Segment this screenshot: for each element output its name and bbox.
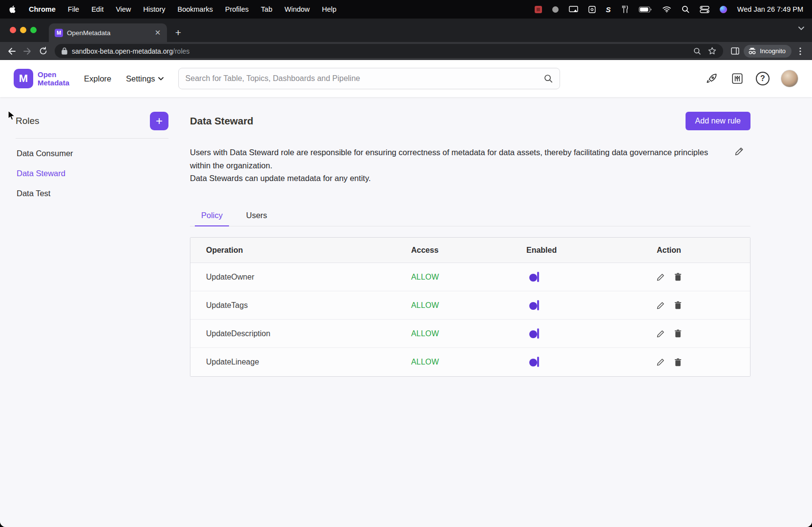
access-value: ALLOW — [411, 273, 526, 282]
enabled-toggle[interactable] — [537, 300, 539, 310]
operation-name: UpdateTags — [190, 301, 411, 310]
governance-sliders-icon[interactable] — [730, 71, 745, 86]
openmetadata-logo-mark: M — [14, 69, 33, 88]
menubar-item-view[interactable]: View — [116, 5, 131, 13]
control-center-icon[interactable] — [700, 4, 709, 14]
address-bar[interactable]: sandbox-beta.open-metadata.org/roles — [55, 44, 723, 58]
access-value: ALLOW — [411, 358, 526, 366]
utensils-icon[interactable] — [621, 4, 628, 14]
spotlight-search-icon[interactable] — [682, 4, 689, 14]
delete-rule-trash-icon[interactable] — [674, 301, 682, 309]
stats-s-icon[interactable] — [606, 4, 611, 14]
help-icon[interactable] — [755, 71, 770, 86]
edit-rule-pencil-icon[interactable] — [657, 273, 665, 281]
global-search-input[interactable] — [186, 74, 544, 83]
back-button[interactable] — [5, 44, 19, 58]
add-role-button[interactable]: + — [150, 112, 168, 130]
edit-rule-pencil-icon[interactable] — [657, 330, 665, 338]
battery-icon[interactable] — [639, 4, 652, 14]
tab-close-icon[interactable]: ✕ — [153, 28, 162, 37]
table-row: UpdateLineage ALLOW — [190, 348, 750, 376]
zoom-icon[interactable] — [693, 47, 701, 55]
menubar-item-chrome[interactable]: Chrome — [29, 5, 56, 13]
table-row: UpdateDescription ALLOW — [190, 320, 750, 348]
role-detail-panel: Data Steward Add new rule Users with Dat… — [168, 97, 812, 527]
table-header-row: Operation Access Enabled Action — [190, 238, 750, 263]
roles-sidebar: Roles + Data Consumer Data Steward Data … — [0, 97, 168, 527]
search-icon[interactable] — [544, 74, 553, 83]
bookmark-star-icon[interactable] — [708, 47, 716, 55]
status-cube-icon[interactable] — [588, 4, 596, 14]
sidebar-item-data-consumer[interactable]: Data Consumer — [16, 143, 168, 163]
enabled-toggle[interactable] — [537, 328, 539, 339]
page-title: Data Steward — [190, 115, 253, 127]
access-value: ALLOW — [411, 329, 526, 338]
menubar-item-edit[interactable]: Edit — [91, 5, 104, 13]
access-value: ALLOW — [411, 301, 526, 310]
browser-menu-kebab-icon[interactable] — [793, 44, 807, 58]
display-mirroring-icon[interactable] — [569, 4, 578, 14]
edit-description-pencil-icon[interactable] — [735, 147, 744, 156]
menubar-clock[interactable]: Wed Jan 26 7:49 PM — [737, 5, 803, 13]
menubar-item-profiles[interactable]: Profiles — [225, 5, 249, 13]
operation-name: UpdateLineage — [190, 358, 411, 366]
col-header-operation: Operation — [190, 246, 411, 255]
openmetadata-logo[interactable]: M Open Metadata — [14, 69, 69, 88]
tab-title: OpenMetadata — [67, 29, 149, 37]
role-description-text2: Data Stewards can update metadata for an… — [190, 172, 713, 185]
role-description: Users with Data Steward role are respons… — [190, 146, 750, 185]
col-header-action: Action — [657, 246, 750, 255]
new-tab-button[interactable]: + — [171, 25, 186, 40]
tab-strip: M OpenMetadata ✕ + — [0, 19, 812, 42]
sidebar-divider — [16, 138, 168, 139]
forward-button[interactable] — [21, 44, 34, 58]
chevron-down-icon — [158, 77, 164, 81]
macos-menubar: Chrome File Edit View History Bookmarks … — [0, 0, 812, 19]
user-avatar[interactable] — [781, 70, 798, 87]
app-header: M Open Metadata Explore Settings — [0, 60, 812, 97]
menubar-item-help[interactable]: Help — [322, 5, 336, 13]
incognito-label: Incognito — [760, 47, 786, 55]
tab-policy[interactable]: Policy — [195, 206, 229, 226]
enabled-toggle[interactable] — [537, 272, 539, 282]
recording-status-icon[interactable] — [535, 6, 542, 13]
maximize-window-button[interactable] — [30, 27, 37, 33]
sidebar-title: Roles — [16, 116, 40, 126]
menubar-item-tab[interactable]: Tab — [261, 5, 272, 13]
siri-icon[interactable] — [720, 6, 727, 13]
enabled-toggle[interactable] — [537, 357, 539, 367]
incognito-icon — [748, 48, 756, 55]
role-description-text: Users with Data Steward role are respons… — [190, 146, 713, 172]
minimize-window-button[interactable] — [20, 27, 26, 33]
nav-settings[interactable]: Settings — [126, 74, 164, 83]
reload-button[interactable] — [36, 44, 50, 58]
lock-icon — [62, 47, 67, 55]
edit-rule-pencil-icon[interactable] — [657, 302, 665, 309]
tab-search-chevron-icon[interactable] — [798, 26, 804, 30]
table-row: UpdateOwner ALLOW — [190, 263, 750, 291]
sidebar-item-data-steward[interactable]: Data Steward — [16, 163, 168, 183]
add-new-rule-button[interactable]: Add new rule — [686, 112, 750, 130]
whats-new-rocket-icon[interactable] — [705, 71, 719, 86]
camera-dot-icon[interactable] — [552, 6, 559, 13]
side-panel-icon[interactable] — [728, 44, 742, 58]
openmetadata-logo-text: Open Metadata — [38, 70, 69, 87]
browser-tab[interactable]: M OpenMetadata ✕ — [49, 23, 167, 42]
menubar-item-file[interactable]: File — [68, 5, 79, 13]
menubar-item-window[interactable]: Window — [285, 5, 310, 13]
delete-rule-trash-icon[interactable] — [674, 329, 682, 338]
table-row: UpdateTags ALLOW — [190, 291, 750, 320]
tab-users[interactable]: Users — [240, 206, 273, 226]
tab-favicon: M — [55, 29, 63, 37]
edit-rule-pencil-icon[interactable] — [657, 358, 665, 366]
delete-rule-trash-icon[interactable] — [674, 358, 682, 366]
apple-menu-icon[interactable] — [9, 5, 17, 14]
menubar-item-history[interactable]: History — [143, 5, 165, 13]
sidebar-item-data-test[interactable]: Data Test — [16, 183, 168, 203]
nav-explore[interactable]: Explore — [84, 74, 111, 83]
close-window-button[interactable] — [10, 27, 16, 33]
menubar-item-bookmarks[interactable]: Bookmarks — [177, 5, 213, 13]
delete-rule-trash-icon[interactable] — [674, 273, 682, 281]
wifi-icon[interactable] — [662, 4, 671, 14]
global-search[interactable] — [178, 68, 560, 89]
